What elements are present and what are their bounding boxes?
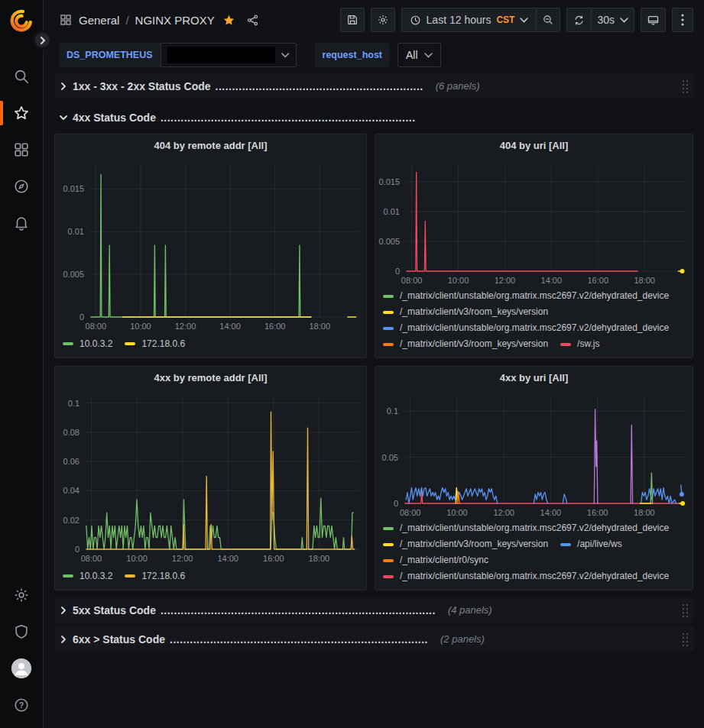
help-icon[interactable]: ? (0, 687, 43, 723)
row-drag-handle[interactable] (681, 79, 689, 93)
svg-text:0: 0 (75, 545, 79, 554)
svg-text:0.1: 0.1 (387, 406, 398, 416)
legend-item[interactable]: 172.18.0.6 (125, 569, 185, 584)
legend-label: 172.18.0.6 (141, 569, 185, 584)
legend-item[interactable]: /_matrix/client/unstable/org.matrix.msc2… (383, 289, 669, 303)
settings-gear-icon[interactable] (0, 577, 43, 613)
request-host-value: All (406, 49, 418, 61)
refresh-button[interactable] (566, 8, 591, 32)
breadcrumb-dashboard-title[interactable]: NGINX PROXY (135, 14, 215, 27)
legend-item[interactable]: 10.0.3.2 (63, 569, 112, 584)
sidebar-expand-button[interactable] (33, 31, 52, 50)
legend-swatch (383, 311, 394, 314)
starred-dashboards-icon[interactable] (0, 95, 43, 131)
panel-title[interactable]: 404 by remote addr [All] (55, 134, 366, 157)
legend-item[interactable]: /api/live/ws (560, 537, 622, 552)
row-panel-count: (2 panels) (440, 633, 485, 645)
user-avatar[interactable] (0, 650, 43, 687)
row-5xx[interactable]: 5xx Status Code ........................… (54, 597, 693, 623)
svg-text:16:00: 16:00 (263, 554, 284, 563)
row-leader-dots: ........................................… (216, 80, 423, 92)
dashboard-settings-button[interactable] (371, 8, 395, 32)
svg-text:10:00: 10:00 (448, 276, 469, 285)
time-series-chart[interactable]: 08:0010:0012:0014:0016:0018:0000.020.040… (55, 390, 366, 565)
chevron-down-icon (520, 18, 528, 23)
time-range-picker[interactable]: Last 12 hours CST (401, 8, 537, 32)
time-picker-group: Last 12 hours CST (401, 8, 561, 32)
timezone-label: CST (496, 15, 514, 25)
row-6xx[interactable]: 6xx > Status Code ......................… (54, 626, 693, 652)
legend-label: /_matrix/client/v3/room_keys/version (400, 305, 548, 319)
explore-compass-icon[interactable] (0, 168, 43, 205)
request-host-variable-label[interactable]: request_host (315, 43, 391, 67)
legend-item[interactable]: /_matrix/client/v3/room_keys/version (383, 305, 548, 319)
row-title: 6xx > Status Code (73, 633, 165, 645)
request-host-variable-select[interactable]: All (397, 43, 441, 67)
breadcrumb-folder[interactable]: General (79, 14, 119, 27)
dashboards-icon[interactable] (0, 131, 43, 168)
grafana-app: ? General / NGINX PROXY (0, 0, 704, 728)
dashboard-header: General / NGINX PROXY (44, 0, 704, 40)
row-4xx[interactable]: 4xx Status Code ........................… (54, 105, 693, 130)
row-drag-handle[interactable] (681, 603, 689, 617)
legend-label: /_matrix/client/unstable/org.matrix.msc2… (400, 521, 669, 535)
panel-title[interactable]: 4xx by remote addr [All] (55, 367, 366, 390)
panel-404-by-uri: 404 by uri [All] 08:0010:0012:0014:0016:… (375, 134, 693, 358)
sidebar: ? (0, 0, 44, 728)
main-area: General / NGINX PROXY (44, 0, 704, 728)
chevron-down-icon (424, 53, 433, 58)
legend-swatch (560, 543, 571, 546)
svg-text:0.04: 0.04 (63, 486, 79, 495)
legend-item[interactable]: /sw.js (560, 337, 599, 350)
svg-text:08:00: 08:00 (401, 276, 423, 285)
legend-item[interactable]: /_matrix/client/v3/room_keys/version (383, 537, 548, 552)
svg-text:10:00: 10:00 (126, 554, 148, 563)
panel-title[interactable]: 4xx by uri [All] (375, 367, 693, 390)
grafana-logo-icon[interactable] (8, 8, 34, 34)
svg-text:0.015: 0.015 (63, 184, 84, 193)
legend-swatch (63, 342, 73, 345)
legend-item[interactable]: 172.18.0.6 (125, 337, 185, 351)
svg-text:12:00: 12:00 (172, 554, 193, 563)
chevron-right-icon (59, 82, 68, 91)
legend-item[interactable]: /_matrix/client/v3/room_keys/version (383, 337, 548, 350)
row-title: 4xx Status Code (73, 112, 156, 124)
save-dashboard-button[interactable] (340, 8, 365, 32)
datasource-variable-label[interactable]: DS_PROMETHEUS (59, 43, 161, 67)
row-1xx-3xx-2xx[interactable]: 1xx - 3xx - 2xx Status Code ............… (54, 73, 693, 99)
cycle-view-mode-button[interactable] (641, 8, 666, 32)
share-icon[interactable] (246, 14, 259, 27)
panel-title[interactable]: 404 by uri [All] (375, 134, 693, 157)
refresh-interval-picker[interactable]: 30s (591, 8, 634, 32)
alerting-bell-icon[interactable] (0, 205, 43, 241)
legend-item[interactable]: /_matrix/client/r0/sync (383, 553, 488, 568)
search-icon[interactable] (0, 58, 43, 95)
legend-swatch (63, 574, 73, 578)
legend-label: /_matrix/client/r0/sync (400, 553, 488, 568)
svg-text:0.1: 0.1 (68, 399, 79, 408)
zoom-out-time-button[interactable] (536, 8, 560, 32)
legend-item[interactable]: /_matrix/client/unstable/org.matrix.msc2… (383, 321, 669, 335)
favorite-star-icon[interactable] (222, 14, 235, 27)
legend-item[interactable]: 10.0.3.2 (63, 337, 112, 351)
legend-label: 10.0.3.2 (79, 569, 112, 584)
more-options-kebab-icon[interactable] (672, 8, 693, 32)
row-drag-handle[interactable] (681, 633, 689, 646)
panel-legend: /_matrix/client/unstable/org.matrix.msc2… (375, 519, 693, 582)
legend-swatch (125, 342, 135, 345)
server-admin-shield-icon[interactable] (0, 613, 43, 650)
time-series-chart[interactable]: 08:0010:0012:0014:0016:0018:0000.0050.01… (375, 157, 693, 287)
sidebar-bottom-nav: ? (0, 577, 43, 723)
time-series-chart[interactable]: 08:0010:0012:0014:0016:0018:0000.0050.01… (55, 157, 366, 333)
legend-item[interactable]: /_matrix/client/unstable/org.matrix.msc2… (383, 521, 669, 535)
svg-text:?: ? (19, 701, 24, 710)
svg-text:0.05: 0.05 (382, 453, 398, 462)
avatar-image (11, 658, 31, 678)
svg-text:0.01: 0.01 (384, 207, 400, 216)
datasource-variable-select[interactable] (161, 43, 297, 67)
time-series-chart[interactable]: 08:0010:0012:0014:0016:0018:0000.050.1 (375, 390, 693, 519)
legend-label: /_matrix/client/unstable/org.matrix.msc2… (400, 321, 669, 335)
svg-text:0.02: 0.02 (63, 516, 79, 525)
legend-item[interactable]: /_matrix/client/unstable/org.matrix.msc2… (383, 569, 669, 582)
svg-text:12:00: 12:00 (175, 322, 196, 331)
